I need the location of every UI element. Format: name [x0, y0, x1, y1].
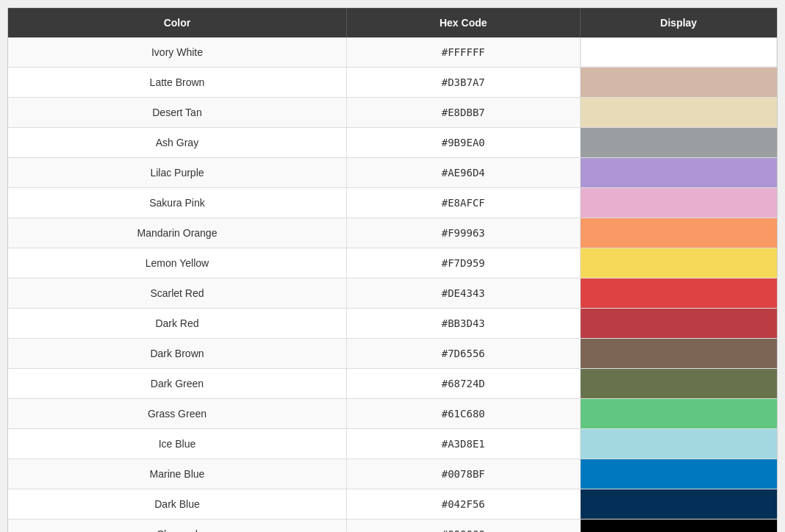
table-row: Lilac Purple#AE96D4: [8, 158, 777, 188]
color-swatch: [581, 489, 777, 519]
color-swatch-cell: [580, 369, 777, 399]
table-body: Ivory White#FFFFFFLatte Brown#D3B7A7Dese…: [8, 37, 777, 532]
hex-code-cell: #9B9EA0: [346, 128, 580, 158]
color-swatch-cell: [580, 429, 777, 459]
hex-code-cell: #68724D: [346, 369, 580, 399]
color-name-cell: Marine Blue: [8, 459, 346, 489]
color-swatch: [581, 369, 777, 398]
color-swatch: [581, 399, 777, 428]
hex-code-cell: #DE4343: [346, 278, 580, 309]
table-row: Latte Brown#D3B7A7: [8, 68, 777, 98]
hex-code-cell: #7D6556: [346, 339, 580, 369]
color-name-cell: Dark Red: [8, 309, 346, 339]
color-swatch-cell: [580, 489, 777, 520]
hex-code-cell: #F99963: [346, 218, 580, 248]
color-name-cell: Desert Tan: [8, 98, 346, 128]
color-swatch-cell: [580, 399, 777, 429]
color-name-cell: Ice Blue: [8, 429, 346, 459]
hex-code-cell: #E8DBB7: [346, 98, 580, 128]
color-swatch: [581, 520, 777, 532]
color-name-cell: Sakura Pink: [8, 188, 346, 218]
hex-code-cell: #042F56: [346, 489, 580, 520]
table-row: Dark Brown#7D6556: [8, 339, 777, 369]
color-swatch: [581, 459, 777, 489]
color-name-cell: Mandarin Orange: [8, 218, 346, 248]
hex-code-cell: #BB3D43: [346, 309, 580, 339]
table-row: Marine Blue#0078BF: [8, 459, 777, 489]
color-name-cell: Ivory White: [8, 37, 346, 68]
color-swatch-cell: [580, 520, 777, 533]
table-header: Color Hex Code Display: [8, 8, 777, 37]
color-swatch-cell: [580, 37, 777, 68]
color-swatch: [581, 429, 777, 459]
color-swatch: [581, 339, 777, 368]
color-swatch-cell: [580, 188, 777, 218]
hex-code-cell: #A3D8E1: [346, 429, 580, 459]
hex-code-cell: #000000: [346, 520, 580, 533]
color-swatch: [581, 248, 777, 278]
color-table: Color Hex Code Display Ivory White#FFFFF…: [8, 8, 777, 532]
hex-code-cell: #D3B7A7: [346, 68, 580, 98]
color-name-cell: Ash Gray: [8, 128, 346, 158]
color-swatch: [581, 68, 777, 97]
header-row: Color Hex Code Display: [8, 8, 777, 37]
table-row: Scarlet Red#DE4343: [8, 278, 777, 309]
color-name-cell: Latte Brown: [8, 68, 346, 98]
hex-code-cell: #61C680: [346, 399, 580, 429]
hex-code-cell: #AE96D4: [346, 158, 580, 188]
table-row: Mandarin Orange#F99963: [8, 218, 777, 248]
color-name-cell: Grass Green: [8, 399, 346, 429]
table-row: Sakura Pink#E8AFCF: [8, 188, 777, 218]
color-swatch-cell: [580, 218, 777, 248]
color-swatch: [581, 158, 777, 187]
color-swatch: [581, 188, 777, 218]
color-swatch: [581, 278, 777, 308]
hex-code-cell: #F7D959: [346, 248, 580, 278]
color-swatch: [581, 37, 777, 67]
color-swatch: [581, 218, 777, 248]
color-swatch-cell: [580, 128, 777, 158]
color-swatch-cell: [580, 309, 777, 339]
color-swatch-cell: [580, 278, 777, 309]
color-table-container: Color Hex Code Display Ivory White#FFFFF…: [7, 7, 778, 532]
header-display: Display: [580, 8, 777, 37]
color-swatch-cell: [580, 98, 777, 128]
hex-code-cell: #0078BF: [346, 459, 580, 489]
color-swatch: [581, 309, 777, 338]
color-name-cell: Scarlet Red: [8, 278, 346, 309]
header-hex: Hex Code: [346, 8, 580, 37]
hex-code-cell: #FFFFFF: [346, 37, 580, 68]
color-name-cell: Dark Brown: [8, 339, 346, 369]
header-color: Color: [8, 8, 346, 37]
color-swatch-cell: [580, 339, 777, 369]
table-row: Ice Blue#A3D8E1: [8, 429, 777, 459]
table-row: Dark Blue#042F56: [8, 489, 777, 520]
color-swatch: [581, 128, 777, 157]
table-row: Grass Green#61C680: [8, 399, 777, 429]
color-name-cell: Dark Blue: [8, 489, 346, 520]
table-row: Desert Tan#E8DBB7: [8, 98, 777, 128]
hex-code-cell: #E8AFCF: [346, 188, 580, 218]
table-row: Dark Green#68724D: [8, 369, 777, 399]
color-swatch-cell: [580, 459, 777, 489]
color-swatch-cell: [580, 248, 777, 278]
color-name-cell: Lilac Purple: [8, 158, 346, 188]
table-row: Ivory White#FFFFFF: [8, 37, 777, 68]
table-row: Lemon Yellow#F7D959: [8, 248, 777, 278]
color-name-cell: Lemon Yellow: [8, 248, 346, 278]
table-row: Charcoal#000000: [8, 520, 777, 533]
color-name-cell: Dark Green: [8, 369, 346, 399]
table-row: Dark Red#BB3D43: [8, 309, 777, 339]
color-name-cell: Charcoal: [8, 520, 346, 533]
color-swatch-cell: [580, 158, 777, 188]
color-swatch: [581, 98, 777, 127]
color-swatch-cell: [580, 68, 777, 98]
table-row: Ash Gray#9B9EA0: [8, 128, 777, 158]
